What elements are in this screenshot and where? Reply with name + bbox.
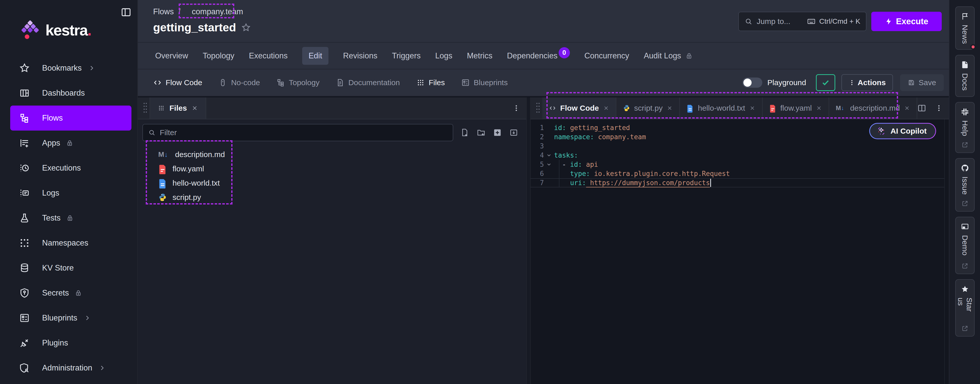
view-documentation[interactable]: Documentation <box>336 78 400 87</box>
drag-handle-icon[interactable] <box>141 101 150 115</box>
rail-news[interactable]: News <box>955 6 975 50</box>
rail-label: Star us <box>956 298 974 321</box>
panel-divider[interactable] <box>526 97 531 384</box>
tab-logs[interactable]: Logs <box>435 51 452 60</box>
drag-handle-icon[interactable] <box>534 101 542 115</box>
lock-icon <box>66 214 74 222</box>
editor-tab-flow-yaml[interactable]: flow.yaml <box>762 97 829 119</box>
tab-triggers[interactable]: Triggers <box>392 51 421 60</box>
breadcrumb-flows[interactable]: Flows <box>153 7 174 16</box>
grid-dots-icon <box>158 105 165 112</box>
search-icon <box>148 129 156 136</box>
new-file-icon[interactable] <box>460 128 469 137</box>
close-icon[interactable] <box>603 105 609 111</box>
left-sidebar: kestra. Bookmarks Dashboards Flows Apps … <box>0 0 138 384</box>
close-icon[interactable] <box>667 105 673 111</box>
file-row-description-md[interactable]: M↓ description.md <box>138 148 526 162</box>
filter-row: Filter <box>138 119 526 141</box>
keyboard-icon <box>807 17 816 26</box>
rail-label: News <box>961 25 969 46</box>
code-editor[interactable]: 1 id: getting_started 2 namespace: compa… <box>531 119 949 384</box>
rail-star-us[interactable]: Star us <box>955 279 975 336</box>
tab-overview[interactable]: Overview <box>155 51 188 60</box>
new-folder-icon[interactable] <box>477 128 485 137</box>
sidebar-item-blueprints[interactable]: Blueprints <box>10 305 131 330</box>
breadcrumb-namespace[interactable]: company.team <box>185 7 250 16</box>
rail-help[interactable]: Help <box>955 102 975 153</box>
tab-executions[interactable]: Executions <box>249 51 288 60</box>
add-icon[interactable] <box>493 128 502 137</box>
sidebar-item-plugins[interactable]: Plugins <box>10 330 131 355</box>
rail-label: Issue <box>961 176 969 196</box>
file-row-flow-yaml[interactable]: flow.yaml <box>138 162 526 176</box>
split-view-icon[interactable] <box>917 103 926 113</box>
fold-icon[interactable] <box>544 152 554 158</box>
line-number: 6 <box>531 170 544 178</box>
files-tab[interactable]: Files <box>150 97 206 119</box>
close-icon[interactable] <box>749 105 756 111</box>
execute-label: Execute <box>896 17 928 26</box>
filter-placeholder: Filter <box>160 128 177 137</box>
editor-menu-icon[interactable] <box>935 104 943 112</box>
bolt-icon <box>885 17 892 25</box>
tab-edit[interactable]: Edit <box>302 47 328 65</box>
sidebar-item-tests[interactable]: Tests <box>10 206 131 230</box>
view-flow-code[interactable]: Flow Code <box>153 78 202 87</box>
jump-to-search[interactable]: Jump to... Ctrl/Cmd + K <box>738 12 866 31</box>
external-link-icon <box>961 262 969 270</box>
dependencies-badge: 0 <box>558 47 570 59</box>
tab-metrics[interactable]: Metrics <box>467 51 493 60</box>
fold-icon[interactable] <box>544 162 554 167</box>
file-row-script-py[interactable]: script.py <box>138 190 526 205</box>
editor-tab-flow-code[interactable]: Flow Code <box>542 97 616 119</box>
line-number: 3 <box>531 142 544 150</box>
editor-tab-hello-world-txt[interactable]: hello-world.txt <box>680 97 762 119</box>
panel-menu-icon[interactable] <box>512 104 520 112</box>
editor-tab-script-py[interactable]: script.py <box>616 97 680 119</box>
python-file-icon <box>158 193 167 202</box>
actions-button[interactable]: Actions <box>842 74 893 91</box>
ai-copilot-button[interactable]: AI Copilot <box>869 123 936 139</box>
sidebar-item-apps[interactable]: Apps <box>10 130 131 156</box>
tab-topology[interactable]: Topology <box>203 51 234 60</box>
validate-button[interactable] <box>816 74 835 91</box>
tab-revisions[interactable]: Revisions <box>343 51 377 60</box>
sidebar-item-flows[interactable]: Flows <box>10 106 131 130</box>
view-files[interactable]: Files <box>416 78 445 87</box>
rail-demo[interactable]: Demo <box>955 217 975 274</box>
sidebar-item-administration[interactable]: Administration <box>10 355 131 381</box>
file-row-hello-world-txt[interactable]: hello-world.txt <box>138 176 526 190</box>
sidebar-item-secrets[interactable]: Secrets <box>10 281 131 305</box>
favorite-star-icon[interactable] <box>241 23 251 32</box>
execute-button[interactable]: Execute <box>871 12 942 31</box>
tab-concurrency[interactable]: Concurrency <box>584 51 629 60</box>
close-icon[interactable] <box>816 105 822 111</box>
view-blueprints[interactable]: Blueprints <box>461 78 508 87</box>
filter-input[interactable]: Filter <box>142 124 453 141</box>
rail-docs[interactable]: Docs <box>955 55 975 97</box>
sidebar-item-label: Namespaces <box>42 238 88 248</box>
kestra-logo[interactable]: kestra. <box>21 20 91 40</box>
sidebar-item-namespaces[interactable]: Namespaces <box>10 230 131 255</box>
sidebar-item-executions[interactable]: Executions <box>10 156 131 181</box>
sidebar-item-label: Dashboards <box>42 89 85 98</box>
editor-tab-description-md[interactable]: M↓ description.md <box>829 97 917 119</box>
url-link[interactable]: https://dummyjson.com/products <box>586 179 710 187</box>
sidebar-collapse-icon[interactable] <box>121 6 132 18</box>
rail-issue[interactable]: Issue <box>955 158 975 212</box>
tab-dependencies[interactable]: Dependencies0 <box>507 50 570 62</box>
sidebar-item-logs[interactable]: Logs <box>10 181 131 206</box>
view-topology[interactable]: Topology <box>277 78 320 87</box>
file-list: M↓ description.md flow.yaml hello-world.… <box>138 148 526 205</box>
sidebar-item-bookmarks[interactable]: Bookmarks <box>10 56 131 81</box>
playground-toggle[interactable] <box>742 78 762 88</box>
close-icon[interactable] <box>904 105 910 111</box>
view-no-code[interactable]: No-code <box>218 78 260 87</box>
sidebar-item-dashboards[interactable]: Dashboards <box>10 81 131 106</box>
import-folder-icon[interactable] <box>509 128 518 137</box>
tab-audit-logs[interactable]: Audit Logs <box>644 51 693 60</box>
save-button[interactable]: Save <box>900 74 944 91</box>
sidebar-item-kv-store[interactable]: KV Store <box>10 255 131 281</box>
page-title: getting_started <box>153 21 236 34</box>
close-icon[interactable] <box>191 105 198 111</box>
